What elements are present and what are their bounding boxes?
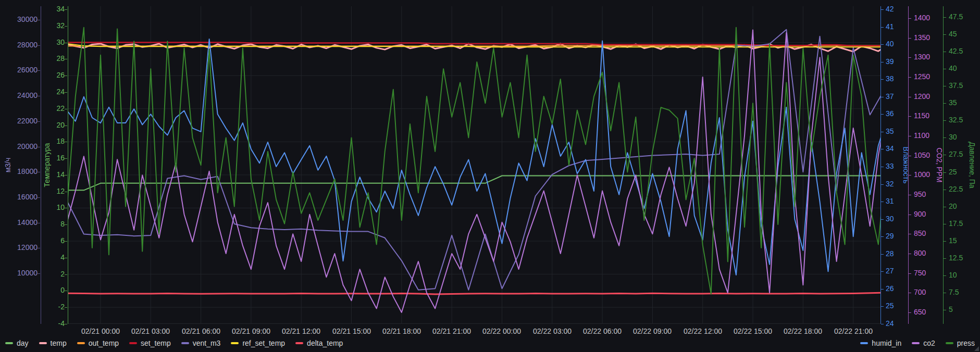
y-tick-mark <box>65 142 67 142</box>
legend-swatch <box>231 342 239 344</box>
y-tick-temp: 20 <box>42 121 65 130</box>
y-tick-mark <box>909 234 911 234</box>
y-tick-co2: 1150 <box>914 111 937 120</box>
y-tick-humid: 31 <box>886 197 907 206</box>
y-tick-press: 10 <box>949 271 970 280</box>
legend-label: delta_temp <box>307 339 343 347</box>
y-tick-co2: 950 <box>914 190 937 199</box>
y-tick-mark <box>881 254 884 255</box>
y-tick-mark <box>881 219 884 220</box>
legend-item-co2[interactable]: co2 <box>912 339 935 347</box>
pressure-axis-line <box>943 6 944 324</box>
y-tick-m3h: 20000 <box>0 142 38 151</box>
legend-item-out_temp[interactable]: out_temp <box>77 339 119 347</box>
y-tick-mark <box>65 224 67 225</box>
y-tick-humid: 29 <box>886 232 907 241</box>
y-tick-mark <box>38 121 40 122</box>
legend-item-set_temp[interactable]: set_temp <box>129 339 171 347</box>
y-tick-press: 42.5 <box>949 47 970 56</box>
y-tick-mark <box>65 125 67 126</box>
x-axis-label: 02/22 00:00 <box>477 327 527 335</box>
y-tick-temp: -4 <box>42 319 65 328</box>
legend-swatch <box>77 342 85 344</box>
y-tick-mark <box>944 103 946 104</box>
y-tick-m3h: 22000 <box>0 117 38 125</box>
y-tick-humid: 36 <box>886 109 907 118</box>
legend-swatch <box>5 342 13 344</box>
x-axis-label: 02/22 06:00 <box>577 327 627 335</box>
legend-item-humid_in[interactable]: humid_in <box>860 339 901 347</box>
y-tick-co2: 1000 <box>914 170 937 179</box>
y-tick-mark <box>65 324 67 324</box>
legend-swatch <box>946 342 953 344</box>
y-tick-mark <box>881 236 884 237</box>
x-axis-label: 02/21 09:00 <box>226 327 276 335</box>
y-tick-m3h: 16000 <box>0 193 38 202</box>
y-tick-mark <box>38 20 40 20</box>
y-tick-co2: 650 <box>914 308 937 317</box>
legend-item-ref_set_temp[interactable]: ref_set_temp <box>231 339 285 347</box>
y-tick-mark <box>944 17 946 18</box>
y-tick-mark <box>65 26 67 27</box>
y-tick-mark <box>944 241 946 242</box>
y-tick-mark <box>65 258 67 258</box>
y-tick-temp: 12 <box>42 187 65 196</box>
y-tick-mark <box>944 172 946 173</box>
y-tick-temp: 14 <box>42 170 65 179</box>
x-axis-label: 02/21 03:00 <box>126 327 176 335</box>
x-axis-label: 02/22 09:00 <box>627 327 677 335</box>
y-tick-mark <box>944 155 946 155</box>
y-tick-humid: 40 <box>886 40 907 48</box>
y-tick-mark <box>881 149 884 149</box>
legend-item-delta_temp[interactable]: delta_temp <box>295 339 343 347</box>
x-axis-label: 02/21 06:00 <box>176 327 226 335</box>
y-tick-humid: 32 <box>886 180 907 188</box>
y-tick-humid: 37 <box>886 92 907 101</box>
legend-item-day[interactable]: day <box>5 339 29 347</box>
y-tick-mark <box>881 9 884 10</box>
legend-label: press <box>957 339 975 347</box>
y-tick-mark <box>881 202 884 202</box>
y-tick-mark <box>65 307 67 308</box>
legend-label: set_temp <box>141 339 171 347</box>
legend-label: temp <box>51 339 67 347</box>
y-tick-mark <box>881 184 884 185</box>
panel-resize-handle[interactable] <box>974 346 979 351</box>
y-tick-temp: 0 <box>42 286 65 295</box>
legend-swatch <box>181 342 189 344</box>
y-tick-mark <box>65 158 67 159</box>
y-tick-humid: 25 <box>886 301 907 310</box>
y-tick-humid: 33 <box>886 162 907 171</box>
y-tick-mark <box>909 293 911 293</box>
y-tick-mark <box>909 136 911 136</box>
y-tick-co2: 1200 <box>914 92 937 101</box>
y-tick-mark <box>944 275 946 276</box>
y-tick-m3h: 18000 <box>0 167 38 176</box>
legend-item-temp[interactable]: temp <box>39 339 67 347</box>
y-tick-temp: -2 <box>42 303 65 311</box>
y-tick-temp: 30 <box>42 38 65 47</box>
y-tick-mark <box>38 147 40 147</box>
y-tick-mark <box>944 293 946 293</box>
y-tick-mark <box>881 27 884 28</box>
y-tick-humid: 24 <box>886 319 907 328</box>
legend-label: day <box>17 339 29 347</box>
y-tick-press: 5 <box>949 305 970 314</box>
y-axis-title-temperature: Температура <box>43 143 51 187</box>
chart-plot-area[interactable] <box>68 6 880 324</box>
legend-item-vent_m3[interactable]: vent_m3 <box>181 339 221 347</box>
y-tick-co2: 1350 <box>914 33 937 42</box>
y-tick-humid: 30 <box>886 215 907 223</box>
y-tick-m3h: 30000 <box>0 15 38 24</box>
y-tick-m3h: 12000 <box>0 243 38 252</box>
legend-swatch <box>39 342 47 344</box>
y-tick-temp: 16 <box>42 154 65 162</box>
x-axis-label: 02/22 12:00 <box>678 327 728 335</box>
y-tick-temp: 22 <box>42 104 65 113</box>
y-tick-co2: 850 <box>914 229 937 238</box>
legend-item-press[interactable]: press <box>946 339 975 347</box>
y-tick-mark <box>944 34 946 35</box>
y-tick-co2: 900 <box>914 210 937 219</box>
y-tick-mark <box>65 208 67 208</box>
y-tick-temp: 6 <box>42 236 65 245</box>
